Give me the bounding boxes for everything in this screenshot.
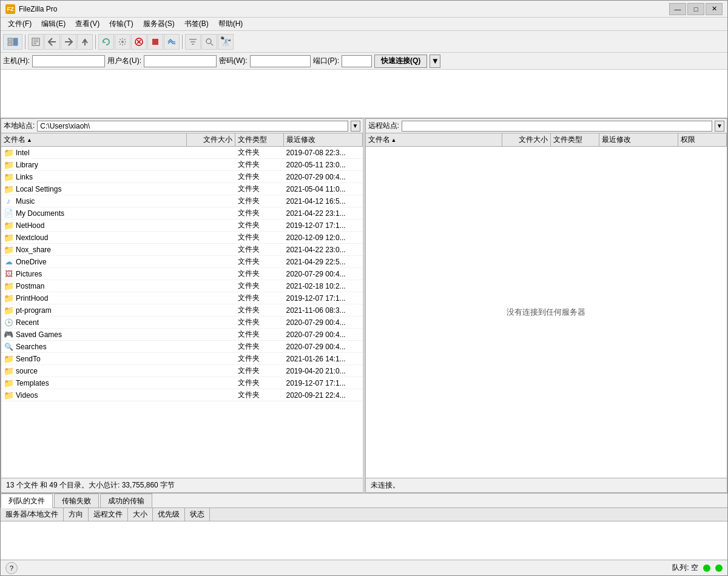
file-size-cell — [187, 176, 235, 178]
local-file-row[interactable]: 📁 pt-program 文件夹 2021-11-06 08:3... — [1, 304, 363, 316]
local-file-row[interactable]: 📁 SendTo 文件夹 2021-01-26 14:1... — [1, 353, 363, 365]
local-file-row[interactable]: ♪ Music 文件夹 2021-04-12 16:5... — [1, 195, 363, 207]
file-size-cell — [187, 273, 235, 275]
file-name-cell: 📄 My Documents — [1, 208, 187, 219]
local-file-row[interactable]: 🖼 Pictures 文件夹 2020-07-29 00:4... — [1, 268, 363, 280]
local-file-row[interactable]: 📁 Local Settings 文件夹 2021-05-04 11:0... — [1, 183, 363, 195]
svg-rect-2 — [13, 38, 18, 45]
panels-container: 本地站点: ▼ 文件名 文件大小 文件类型 最近修改 📁 Intel 文件夹 2… — [1, 118, 727, 493]
queue-col-方向[interactable]: 方向 — [64, 508, 89, 521]
file-name-cell: 📁 SendTo — [1, 353, 187, 364]
local-file-row[interactable]: 📁 Links 文件夹 2020-07-29 00:4... — [1, 171, 363, 183]
remote-col-type[interactable]: 文件类型 — [551, 133, 599, 146]
close-button[interactable]: ✕ — [706, 3, 723, 15]
local-file-row[interactable]: 📁 Templates 文件夹 2019-12-07 17:1... — [1, 377, 363, 389]
local-file-row[interactable]: 📁 PrintHood 文件夹 2019-12-07 17:1... — [1, 292, 363, 304]
queue-col-状态[interactable]: 状态 — [185, 508, 210, 521]
titlebar-controls: — □ ✕ — [669, 3, 723, 15]
toolbar-process[interactable] — [164, 34, 180, 50]
queue-col-服务器/本地文件[interactable]: 服务器/本地文件 — [1, 508, 64, 521]
remote-col-date[interactable]: 最近修改 — [599, 133, 678, 146]
toolbar-settings[interactable] — [115, 34, 130, 50]
local-file-row[interactable]: 📁 Videos 文件夹 2020-09-21 22:4... — [1, 389, 363, 401]
local-file-row[interactable]: 📁 Library 文件夹 2020-05-11 23:0... — [1, 159, 363, 171]
remote-col-name[interactable]: 文件名 — [366, 133, 503, 146]
port-input[interactable] — [342, 55, 372, 67]
file-type-cell: 文件夹 — [235, 159, 284, 170]
queue-col-优先级[interactable]: 优先级 — [153, 508, 185, 521]
queue-tab-成功的传输[interactable]: 成功的传输 — [100, 494, 152, 507]
local-col-type[interactable]: 文件类型 — [235, 133, 284, 146]
toolbar-cancel[interactable] — [131, 34, 147, 50]
toolbar-btn-3[interactable] — [44, 34, 60, 50]
queue-col-远程文件[interactable]: 远程文件 — [89, 508, 128, 521]
file-date-cell: 2019-04-20 21:0... — [284, 366, 363, 376]
local-file-row[interactable]: 📁 Intel 文件夹 2019-07-08 22:3... — [1, 147, 363, 159]
connect-dropdown[interactable]: ▼ — [430, 55, 440, 68]
queue-header: 服务器/本地文件方向远程文件大小优先级状态 — [1, 508, 727, 521]
local-file-row[interactable]: 🕒 Recent 文件夹 2020-07-29 00:4... — [1, 316, 363, 329]
toolbar-filter[interactable] — [185, 34, 201, 50]
local-file-row[interactable]: ☁ OneDrive 文件夹 2021-04-29 22:5... — [1, 256, 363, 268]
file-size-cell — [187, 225, 235, 226]
maximize-button[interactable]: □ — [687, 3, 704, 15]
remote-path-dropdown[interactable]: ▼ — [715, 121, 724, 132]
local-path-input[interactable] — [37, 121, 348, 132]
app-title: FileZilla Pro — [19, 5, 669, 13]
toolbar-refresh[interactable] — [98, 34, 114, 50]
local-file-row[interactable]: 📁 Nextcloud 文件夹 2020-12-09 12:0... — [1, 232, 363, 244]
toolbar-site-manager[interactable] — [3, 34, 22, 50]
toolbar-btn-2[interactable] — [28, 34, 44, 50]
remote-col-perm[interactable]: 权限 — [678, 133, 727, 146]
file-name-cell: 📁 Library — [1, 159, 187, 170]
remote-col-size[interactable]: 文件大小 — [502, 133, 551, 146]
local-file-row[interactable]: 📁 NetHood 文件夹 2019-12-07 17:1... — [1, 219, 363, 232]
file-name-cell: 🎮 Saved Games — [1, 329, 187, 340]
toolbar-group-4: 🔭 — [185, 34, 234, 50]
toolbar: 🔭 — [1, 31, 727, 53]
file-date-cell: 2020-07-29 00:4... — [284, 172, 363, 182]
queue-col-大小[interactable]: 大小 — [128, 508, 153, 521]
app-container: FZ FileZilla Pro — □ ✕ 文件(F)编辑(E)查看(V)传输… — [0, 0, 728, 576]
menubar-item-B[interactable]: 书签(B) — [180, 18, 214, 30]
connect-button[interactable]: 快速连接(Q) — [374, 55, 427, 68]
menubar-item-H[interactable]: 帮助(H) — [214, 18, 248, 30]
menubar-item-V[interactable]: 查看(V) — [70, 18, 104, 30]
menubar-item-F[interactable]: 文件(F) — [3, 18, 36, 30]
local-col-date[interactable]: 最近修改 — [284, 133, 363, 146]
help-button[interactable]: ? — [5, 562, 18, 574]
file-name-cell: ☁ OneDrive — [1, 256, 187, 267]
file-type-cell: 文件夹 — [235, 341, 284, 352]
toolbar-stop[interactable] — [147, 34, 163, 50]
port-label: 端口(P): — [313, 56, 339, 66]
queue-tab-列队的文件[interactable]: 列队的文件 — [1, 494, 53, 508]
host-input[interactable] — [32, 55, 105, 67]
toolbar-search2[interactable]: 🔭 — [218, 34, 234, 50]
file-name-cell: 📁 Templates — [1, 378, 187, 389]
menubar-item-S[interactable]: 服务器(S) — [138, 18, 180, 30]
local-file-row[interactable]: 📁 source 文件夹 2019-04-20 21:0... — [1, 365, 363, 377]
local-file-row[interactable]: 📁 Postman 文件夹 2021-02-18 10:2... — [1, 280, 363, 292]
file-name-cell: 📁 Videos — [1, 390, 187, 401]
remote-path-input[interactable] — [402, 121, 712, 132]
toolbar-btn-4[interactable] — [61, 34, 76, 50]
local-file-row[interactable]: 📁 Nox_share 文件夹 2021-04-22 23:0... — [1, 244, 363, 256]
file-icon: 🔍 — [4, 342, 13, 352]
pass-input[interactable] — [250, 55, 311, 67]
titlebar: FZ FileZilla Pro — □ ✕ — [1, 1, 727, 18]
toolbar-search[interactable] — [201, 34, 217, 50]
menubar-item-T[interactable]: 传输(T) — [104, 18, 138, 30]
menubar-item-E[interactable]: 编辑(E) — [36, 18, 70, 30]
local-file-row[interactable]: 🎮 Saved Games 文件夹 2020-07-29 00:4... — [1, 329, 363, 341]
local-col-size[interactable]: 文件大小 — [187, 133, 235, 146]
minimize-button[interactable]: — — [669, 3, 686, 15]
user-input[interactable] — [144, 55, 217, 67]
file-icon: 📁 — [4, 366, 13, 376]
toolbar-btn-5[interactable] — [77, 34, 93, 50]
queue-tab-传输失败[interactable]: 传输失败 — [54, 494, 99, 507]
file-icon: 📁 — [4, 233, 13, 243]
local-path-dropdown[interactable]: ▼ — [351, 121, 360, 132]
local-col-name[interactable]: 文件名 — [1, 133, 187, 146]
local-file-row[interactable]: 🔍 Searches 文件夹 2020-07-29 00:4... — [1, 341, 363, 353]
local-file-row[interactable]: 📄 My Documents 文件夹 2021-04-22 23:1... — [1, 207, 363, 219]
